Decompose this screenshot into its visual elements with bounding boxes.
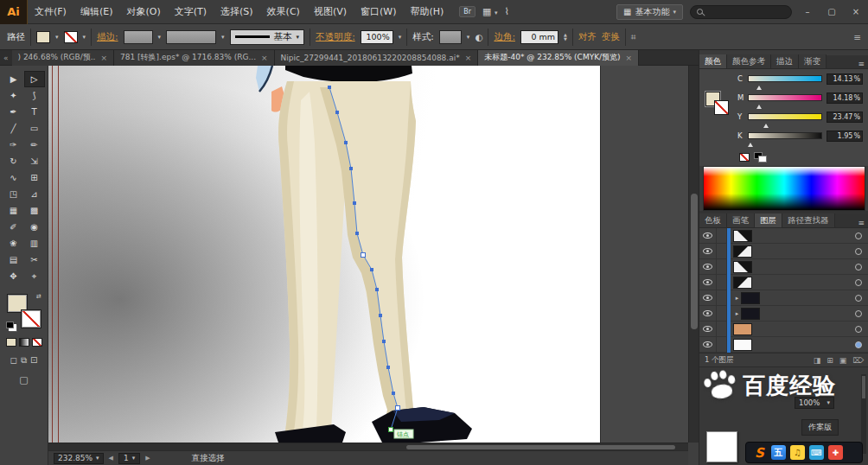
new-layer-icon[interactable]: ▣ (839, 356, 847, 365)
artboard-thumbnail[interactable] (706, 431, 737, 462)
next-artboard-button[interactable]: ▶ (145, 455, 150, 462)
pen-tool[interactable]: ✒ (3, 104, 24, 120)
waistband-shape[interactable] (285, 66, 412, 82)
tab-swatches[interactable]: 色板 (699, 213, 727, 227)
menu-view[interactable]: 视图(V) (307, 5, 354, 18)
arrange-documents-button[interactable]: ▦ ▾ (482, 6, 497, 17)
tab-brushes[interactable]: 画笔 (727, 213, 755, 227)
expand-triangle-icon[interactable]: ▸ (733, 295, 741, 302)
blend-tool[interactable]: ◉ (24, 219, 45, 235)
transform-link[interactable]: 变换 (602, 31, 620, 43)
fill-color-swatch[interactable] (36, 31, 50, 43)
document-tab-3[interactable]: Nipic_27299441_20180613220208854088.ai* … (275, 50, 479, 66)
prev-artboard-button[interactable]: ◀ (109, 455, 113, 462)
tab-layers[interactable]: 图层 (755, 213, 782, 227)
fill-stroke-indicator[interactable]: ⇄ (6, 293, 42, 329)
corner-stepper[interactable]: ▲▼ (564, 33, 567, 41)
visibility-toggle[interactable] (699, 244, 717, 259)
make-clip-mask-icon[interactable]: ◨ (814, 356, 821, 365)
panel-menu-icon[interactable]: ≡ (853, 219, 868, 227)
rectangle-tool[interactable]: ▭ (24, 120, 45, 137)
visibility-toggle[interactable] (699, 337, 717, 353)
lock-toggle[interactable] (717, 244, 727, 259)
corner-link[interactable]: 边角: (494, 31, 515, 43)
column-graph-tool[interactable]: ▥ (24, 235, 45, 252)
bridge-button[interactable]: Br (459, 6, 475, 17)
tab-color-guide[interactable]: 颜色参考 (727, 54, 771, 68)
new-sublayer-icon[interactable]: ⊞ (827, 356, 833, 365)
free-transform-tool[interactable]: ⊞ (24, 169, 45, 186)
recolor-artwork-button[interactable]: ◐ (475, 32, 482, 42)
slice-tool[interactable]: ✂ (24, 252, 45, 268)
caret-icon[interactable]: ▾ (467, 34, 470, 41)
layer-thumbnail[interactable] (741, 292, 760, 304)
paintbrush-tool[interactable]: ✑ (3, 137, 24, 153)
menu-file[interactable]: 文件(F) (28, 5, 73, 18)
stroke-swatch[interactable] (22, 310, 41, 328)
tab-color[interactable]: 颜色 (699, 54, 727, 68)
menu-edit[interactable]: 编辑(E) (73, 5, 120, 18)
layer-thumbnail[interactable] (733, 323, 752, 335)
screen-mode-button[interactable]: ▢ (19, 374, 28, 385)
cyan-value-field[interactable]: 14.13% (827, 73, 863, 85)
menu-select[interactable]: 选择(S) (214, 5, 260, 18)
layer-row[interactable]: ▸ (699, 290, 868, 306)
horizontal-scrollbar-thumb[interactable] (406, 445, 675, 449)
free-transform-icon[interactable]: ⌗ (631, 31, 636, 42)
target-circle[interactable] (855, 264, 862, 271)
close-icon[interactable]: × (465, 54, 472, 62)
opacity-field[interactable]: 100% (361, 30, 393, 44)
pencil-tool[interactable]: ✏ (24, 137, 45, 153)
magic-wand-tool[interactable]: ✦ (3, 87, 24, 104)
width-profile-dropdown[interactable] (166, 30, 216, 44)
mesh-tool[interactable]: ▦ (3, 202, 24, 219)
scale-tool[interactable]: ⇲ (24, 153, 45, 169)
stroke-panel-link[interactable]: 描边: (97, 31, 118, 43)
layer-thumbnail[interactable] (733, 245, 752, 258)
gradient-tool[interactable]: ▩ (24, 202, 45, 219)
align-link[interactable]: 对齐 (578, 31, 597, 43)
shirt-shape[interactable] (256, 66, 272, 92)
corner-field[interactable]: 0 mm (520, 30, 558, 44)
ime-mode-icon[interactable]: 五 (771, 445, 786, 460)
menu-type[interactable]: 文字(T) (168, 5, 214, 18)
layer-thumbnail[interactable] (733, 277, 752, 289)
tab-pathfinder[interactable]: 路径查找器 (782, 213, 835, 227)
yellow-slider[interactable] (748, 113, 822, 120)
color-button[interactable] (6, 338, 16, 347)
eyedropper-tool[interactable]: ✐ (3, 219, 24, 235)
target-circle[interactable] (855, 279, 862, 286)
perspective-grid-tool[interactable]: ⊿ (24, 186, 45, 202)
none-button[interactable] (32, 338, 42, 347)
type-tool[interactable]: T (24, 104, 45, 120)
layer-row[interactable] (699, 322, 868, 337)
delete-layer-icon[interactable]: ⌦ (852, 356, 864, 365)
canvas[interactable]: 锚点 (48, 66, 688, 443)
artboard-button[interactable]: 作案版 (801, 419, 839, 436)
layer-row[interactable]: ▸ (699, 306, 868, 322)
lock-toggle[interactable] (717, 259, 727, 275)
draw-inside-icon[interactable]: ⊡ (30, 355, 37, 366)
brush-definition-dropdown[interactable]: 基本 ▾ (230, 29, 305, 45)
zoom-level-field[interactable]: 232.85% ▾ (54, 453, 104, 464)
ime-keyboard-icon[interactable]: ⌨ (809, 445, 824, 460)
lock-toggle[interactable] (717, 322, 727, 337)
lock-toggle[interactable] (717, 290, 727, 306)
magenta-value-field[interactable]: 14.18% (827, 92, 863, 104)
window-close-button[interactable]: × (847, 7, 865, 16)
tab-stroke[interactable]: 描边 (771, 54, 799, 68)
document-tab-active[interactable]: 未标题-40* @ 232.85% (CMYK/预览) × (478, 50, 639, 66)
ime-logo-icon[interactable]: S (752, 445, 767, 460)
artboard-tool[interactable]: ▤ (3, 252, 24, 268)
layer-thumbnail[interactable] (733, 261, 752, 273)
fill-swatch[interactable] (8, 295, 27, 312)
target-circle[interactable] (855, 295, 862, 302)
visibility-toggle[interactable] (699, 259, 717, 275)
magenta-slider[interactable] (748, 94, 822, 101)
panel-menu-icon[interactable]: ≡ (853, 60, 868, 68)
stroke-caret-icon[interactable]: ▾ (83, 34, 86, 41)
lock-toggle[interactable] (717, 306, 727, 322)
none-swatch[interactable] (739, 153, 750, 162)
layer-row[interactable] (699, 337, 868, 353)
opacity-link[interactable]: 不透明度: (316, 31, 355, 43)
